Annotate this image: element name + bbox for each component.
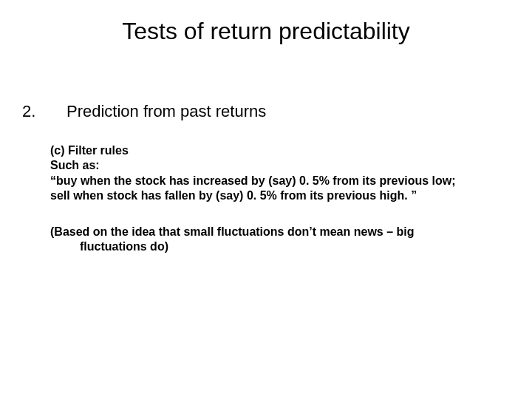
paren-line-1: (Based on the idea that small fluctuatio… bbox=[50, 225, 486, 239]
paren-line-2: fluctuations do) bbox=[50, 239, 486, 254]
body-line-3: “buy when the stock has increased by (sa… bbox=[50, 174, 486, 188]
body-text: (c) Filter rules Such as: “buy when the … bbox=[50, 143, 486, 204]
list-item-heading: Prediction from past returns bbox=[66, 102, 266, 121]
body-line-4: sell when stock has fallen by (say) 0. 5… bbox=[50, 188, 486, 203]
slide-title: Tests of return predictability bbox=[0, 18, 532, 45]
body-line-2: Such as: bbox=[50, 158, 486, 173]
body-line-1: (c) Filter rules bbox=[50, 143, 486, 158]
paren-note: (Based on the idea that small fluctuatio… bbox=[50, 225, 486, 255]
list-item-number: 2. bbox=[22, 102, 35, 121]
slide: Tests of return predictability 2. Predic… bbox=[0, 0, 532, 399]
